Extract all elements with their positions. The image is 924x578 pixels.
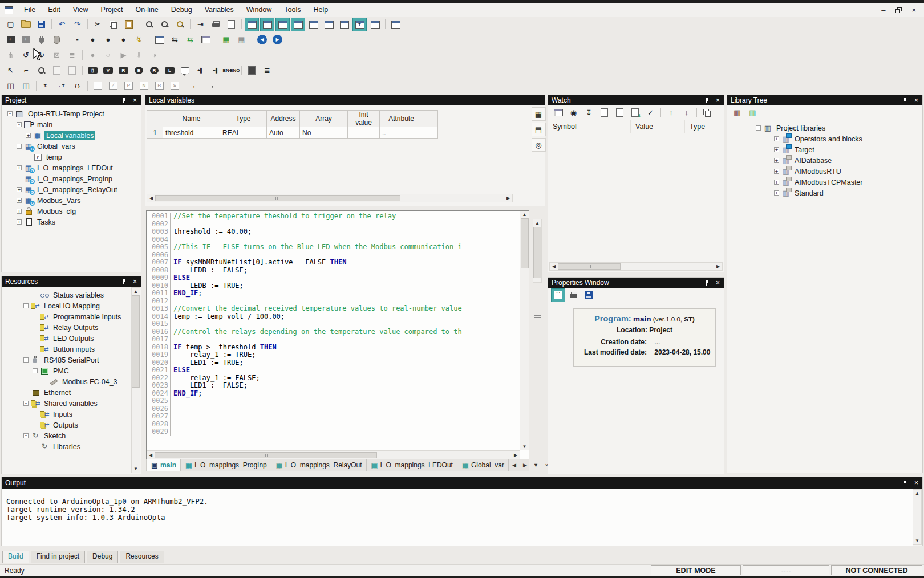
toggle-watch-window-button[interactable] <box>291 18 305 31</box>
comment-button[interactable] <box>178 64 192 78</box>
save-project-button[interactable] <box>34 18 48 31</box>
collapse-icon[interactable]: - <box>7 111 13 116</box>
resources-scrollbar[interactable]: ▲ ▼ <box>131 287 140 473</box>
connection-mode-button[interactable]: ⌐ <box>19 64 33 78</box>
import-symbol-button[interactable]: ↧ <box>582 106 596 120</box>
close-icon[interactable]: × <box>914 95 918 105</box>
expand-icon[interactable]: + <box>17 198 22 203</box>
value-column-header[interactable]: Value <box>631 120 685 133</box>
remove-pin-button[interactable]: −▌ <box>209 64 223 78</box>
cut-button[interactable]: ✂ <box>91 18 105 31</box>
name-cell[interactable]: threshold <box>163 127 220 139</box>
menu-tools[interactable]: Tools <box>278 3 307 17</box>
move-down-button[interactable]: ↓ <box>679 106 694 120</box>
output-log[interactable]: Connected to ArduinoOpta_1p0 on ARMThumb… <box>2 489 913 546</box>
tree-item-tasks[interactable]: +Tasks <box>7 217 141 227</box>
enable-pins-button[interactable]: EN⁄ENO <box>224 64 238 78</box>
scroll-up-icon[interactable]: ▲ <box>913 490 921 497</box>
tree-item-ethernet[interactable]: Ethernet <box>14 387 141 398</box>
collapse-icon[interactable]: - <box>17 122 22 127</box>
tree-item-status-variables[interactable]: Status variables <box>14 290 141 300</box>
add-pin-button[interactable]: +▌ <box>193 64 208 78</box>
scrollbar-thumb[interactable] <box>132 295 140 388</box>
code-line-0009[interactable]: 0009ELSE <box>147 274 520 282</box>
expand-icon[interactable]: + <box>17 165 22 170</box>
build-button[interactable] <box>19 33 33 47</box>
tab-global-var[interactable]: Global_var <box>457 459 509 471</box>
tab-i-o-mappings-ledout[interactable]: I_O_mappings_LEDOut <box>367 459 457 471</box>
tab-find-in-project[interactable]: Find in project <box>31 551 85 563</box>
symbol-column-header[interactable]: Symbol <box>548 120 631 133</box>
column-header[interactable]: Attribute <box>380 111 423 127</box>
toggle-pou-window-button[interactable] <box>368 18 382 31</box>
toggle-resources-window-button[interactable] <box>260 18 274 31</box>
minimize-button[interactable]: – <box>881 6 885 14</box>
scrollbar-thumb[interactable] <box>155 195 400 201</box>
scroll-down-icon[interactable]: ▼ <box>521 443 529 450</box>
compare-variables-button[interactable]: ⇆ <box>168 33 182 47</box>
save-watchlist-as-button[interactable] <box>628 106 642 120</box>
find-in-project-button[interactable] <box>173 18 187 31</box>
collapse-icon[interactable]: - <box>23 433 29 438</box>
tree-item-i-o-mappings-proginp[interactable]: I_O_mappings_ProgInp <box>7 173 141 184</box>
close-icon[interactable]: × <box>716 278 720 288</box>
scroll-left-icon[interactable]: ◀ <box>147 451 155 459</box>
close-icon[interactable]: × <box>133 95 137 105</box>
grid-view-button[interactable]: ▦ <box>532 107 546 121</box>
code-line-0022[interactable]: 0022 relay_1 := FALSE; <box>147 375 520 382</box>
type-column-header[interactable]: Type <box>685 120 724 133</box>
collapse-icon[interactable]: - <box>33 368 38 373</box>
tree-item-modbus-cfg[interactable]: +Modbus_cfg <box>7 206 141 217</box>
print-button[interactable] <box>209 18 223 31</box>
stop-button[interactable]: ▪ <box>70 33 84 47</box>
wire-button[interactable]: ⌐ <box>204 79 218 93</box>
expand-icon[interactable]: + <box>17 209 22 214</box>
code-line-0020[interactable]: 0020 LED1 := TRUE; <box>147 359 520 367</box>
tree-item-inputs[interactable]: Inputs <box>14 409 141 420</box>
pin-icon[interactable] <box>903 480 908 486</box>
run-button[interactable]: ● <box>86 33 100 47</box>
tree-item-shared-variables[interactable]: -Shared variables <box>14 398 141 409</box>
code-line-0011[interactable]: 0011END_IF; <box>147 290 520 298</box>
watch-table-button[interactable] <box>551 106 565 120</box>
tree-item-libraries[interactable]: Libraries <box>14 441 141 452</box>
connect-button[interactable] <box>34 33 48 47</box>
move-up-button[interactable]: ↑ <box>664 106 678 120</box>
tab-build[interactable]: Build <box>2 551 29 563</box>
watch-hscrollbar[interactable]: ◀ ▶ <box>549 262 723 271</box>
duplicate-watch-button[interactable] <box>700 106 714 120</box>
scrollbar-thumb[interactable] <box>521 218 529 268</box>
scroll-up-icon[interactable]: ▲ <box>132 288 140 295</box>
tree-item-temp[interactable]: temp <box>7 152 141 162</box>
menu-view[interactable]: View <box>67 3 95 17</box>
object-properties-button[interactable]: ≣ <box>260 64 274 78</box>
code-line-0015[interactable]: 0015 <box>147 320 520 328</box>
menu-project[interactable]: Project <box>95 3 129 17</box>
grid-mode-button[interactable]: ▦ <box>234 33 249 47</box>
array-cell[interactable]: No <box>300 127 348 139</box>
code-line-0006[interactable]: 0006 <box>147 251 520 259</box>
tree-item-sketch[interactable]: -Sketch <box>14 430 141 441</box>
negative-coil-button[interactable]: N <box>137 79 151 93</box>
column-header[interactable]: Init value <box>348 111 380 127</box>
tree-item-aidatabase[interactable]: +AIDatabase <box>756 155 922 166</box>
scrollbar-thumb[interactable] <box>155 452 377 458</box>
branch-button[interactable]: ⌐ <box>188 79 202 93</box>
io-table-button[interactable] <box>198 33 213 47</box>
tree-item-aimodbusrtu[interactable]: +AIModbusRTU <box>756 166 922 177</box>
editor-hscrollbar[interactable]: ◀ ▶ <box>147 450 520 459</box>
halt-button[interactable]: ● <box>101 33 115 47</box>
watch-element-button[interactable] <box>245 64 259 78</box>
tree-item-local-io-mapping[interactable]: -Local IO Mapping <box>14 300 141 311</box>
tree-item-global-vars[interactable]: -Global_vars <box>7 141 141 152</box>
code-line-0004[interactable]: 0004 <box>147 236 520 244</box>
menu-edit[interactable]: Edit <box>42 3 67 17</box>
tree-item-aimodbustcpmaster[interactable]: +AIModbusTCPMaster <box>756 177 922 188</box>
new-block-button[interactable]: ▯ <box>86 64 100 78</box>
pin-icon[interactable] <box>704 97 710 104</box>
tree-item-button-inputs[interactable]: Button inputs <box>14 344 141 355</box>
pin-icon[interactable] <box>121 279 127 285</box>
code-line-0017[interactable]: 0017 <box>147 336 520 344</box>
new-project-button[interactable]: ▢ <box>3 18 18 31</box>
column-header[interactable]: Array <box>300 111 348 127</box>
